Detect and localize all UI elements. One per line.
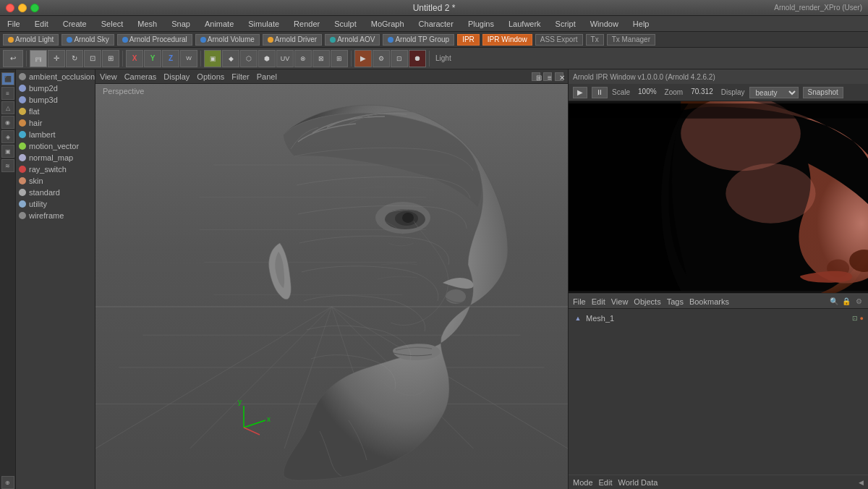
mat-wireframe[interactable]: wireframe	[16, 210, 95, 221]
weight-mode-btn[interactable]: ⊗	[294, 50, 312, 67]
outliner-collapse-btn[interactable]: ◀	[859, 479, 864, 486]
outliner-mesh1[interactable]: ▲ Mesh_1 ⊡ ●	[571, 312, 865, 325]
sidebar-scene-icon[interactable]: ≋	[1, 159, 14, 172]
vp-display-menu[interactable]: Display	[163, 72, 190, 81]
object-mode-btn[interactable]: ▣	[204, 50, 221, 67]
edge-mode-btn[interactable]: ⬡	[240, 50, 258, 67]
mat-standard[interactable]: standard	[16, 187, 95, 198]
render-btn[interactable]: ▶	[354, 50, 372, 67]
move-tool[interactable]: ✛	[48, 50, 65, 67]
x-axis-btn[interactable]: X	[126, 50, 143, 67]
outliner-bookmarks[interactable]: Bookmarks	[689, 297, 729, 306]
vp-close-btn[interactable]: ✕	[555, 72, 563, 81]
point-mode-btn[interactable]: ◆	[222, 50, 239, 67]
menu-mesh[interactable]: Mesh	[135, 18, 160, 30]
lock-icon[interactable]: 🔒	[841, 297, 851, 307]
arnold-sky-btn[interactable]: Arnold Sky	[61, 34, 114, 46]
mat-bump2d[interactable]: bump2d	[16, 82, 95, 94]
arnold-procedural-btn[interactable]: Arnold Procedural	[117, 34, 192, 46]
menu-sculpt[interactable]: Sculpt	[331, 18, 359, 30]
grid-btn[interactable]: ⊞	[331, 50, 348, 67]
arnold-volume-btn[interactable]: Arnold Volume	[195, 34, 260, 46]
menu-plugins[interactable]: Plugins	[465, 18, 497, 30]
rotate-tool[interactable]: ↻	[66, 50, 83, 67]
vp-panel-menu[interactable]: Panel	[257, 72, 277, 81]
sidebar-render-icon[interactable]: ▣	[1, 145, 14, 158]
world-space-btn[interactable]: W	[180, 50, 197, 67]
mat-utility[interactable]: utility	[16, 198, 95, 210]
scale-tool[interactable]: ⊡	[84, 50, 101, 67]
undo-btn[interactable]: ↩	[3, 50, 23, 67]
vp-settings-btn[interactable]: ≡	[543, 72, 552, 81]
render-settings-btn[interactable]: ⚙	[373, 50, 390, 67]
minimize-button[interactable]	[18, 4, 27, 12]
menu-animate[interactable]: Animate	[202, 18, 237, 30]
mat-normal-map[interactable]: normal_map	[16, 152, 95, 163]
sidebar-nodes-icon[interactable]: ◈	[1, 130, 14, 143]
sidebar-attributes-icon[interactable]: ≡	[1, 87, 14, 100]
menu-snap[interactable]: Snap	[169, 18, 193, 30]
scene-world[interactable]: World Data	[618, 478, 658, 487]
display-select[interactable]: beauty diffuse specular	[749, 87, 799, 98]
mat-ray-switch[interactable]: ray_switch	[16, 163, 95, 175]
menu-laufwerk[interactable]: Laufwerk	[506, 18, 544, 30]
sidebar-materials-icon[interactable]: ◉	[1, 116, 14, 129]
sidebar-timeline-icon[interactable]: △	[1, 101, 14, 114]
z-axis-btn[interactable]: Z	[162, 50, 179, 67]
snapshot-btn[interactable]: Snapshot	[803, 87, 843, 98]
interactive-render-btn[interactable]: ⏺	[409, 50, 426, 67]
uv-mode-btn[interactable]: UV	[276, 50, 294, 67]
menu-character[interactable]: Character	[416, 18, 456, 30]
arnold-driver-btn[interactable]: Arnold Driver	[263, 34, 322, 46]
arnold-aov-btn[interactable]: Arnold AOV	[325, 34, 380, 46]
vp-filter-menu[interactable]: Filter	[231, 72, 249, 81]
sidebar-objects-icon[interactable]: ⬛	[1, 72, 14, 85]
vp-options-menu[interactable]: Options	[197, 72, 224, 81]
select-tool[interactable]: ╔╗	[30, 50, 47, 67]
close-button[interactable]	[6, 4, 14, 12]
mat-hair[interactable]: hair	[16, 117, 95, 129]
settings-icon[interactable]: ⚙	[854, 297, 864, 307]
sidebar-tools-icon[interactable]: ⊕	[1, 476, 14, 489]
poly-mode-btn[interactable]: ⬢	[258, 50, 276, 67]
mat-bump3d[interactable]: bump3d	[16, 94, 95, 106]
mat-skin[interactable]: skin	[16, 175, 95, 187]
outliner-file[interactable]: File	[573, 297, 586, 306]
transform-tool[interactable]: ⊞	[102, 50, 119, 67]
outliner-objects[interactable]: Objects	[634, 297, 660, 306]
menu-mograph[interactable]: MoGraph	[368, 18, 407, 30]
outliner-view[interactable]: View	[611, 297, 629, 306]
outliner-tags[interactable]: Tags	[667, 297, 684, 306]
tx-manager-btn[interactable]: Tx Manager	[607, 34, 655, 46]
snap-btn[interactable]: ⊠	[312, 50, 330, 67]
tx-btn[interactable]: Tx	[586, 34, 604, 46]
ipr-btn[interactable]: IPR	[457, 34, 480, 46]
viewport-canvas[interactable]: Perspective	[95, 84, 568, 489]
menu-simulate[interactable]: Simulate	[245, 18, 282, 30]
menu-window[interactable]: Window	[587, 18, 621, 30]
mat-ambient-occlusion[interactable]: ambient_occlusion	[16, 71, 95, 82]
outliner-edit[interactable]: Edit	[592, 297, 605, 306]
ipr-pause-btn[interactable]: ⏸	[592, 87, 608, 98]
arnold-tp-group-btn[interactable]: Arnold TP Group	[383, 34, 454, 46]
ipr-window-btn[interactable]: IPR Window	[482, 34, 532, 46]
mat-flat[interactable]: flat	[16, 106, 95, 117]
menu-render[interactable]: Render	[291, 18, 323, 30]
vp-view-menu[interactable]: View	[100, 72, 117, 81]
search-icon[interactable]: 🔍	[829, 297, 839, 307]
vp-cameras-menu[interactable]: Cameras	[124, 72, 157, 81]
maximize-button[interactable]	[30, 4, 39, 12]
menu-select[interactable]: Select	[98, 18, 127, 30]
mat-lambert[interactable]: lambert	[16, 129, 95, 140]
menu-script[interactable]: Script	[553, 18, 579, 30]
render-region-btn[interactable]: ⊡	[391, 50, 408, 67]
mat-motion-vector[interactable]: motion_vector	[16, 140, 95, 152]
ipr-play-btn[interactable]: ▶	[573, 87, 587, 98]
scene-edit[interactable]: Edit	[599, 478, 613, 487]
arnold-light-btn[interactable]: Arnold Light	[3, 34, 59, 46]
vp-maximize-btn[interactable]: ⊞	[532, 72, 540, 81]
ass-export-btn[interactable]: ASS Export	[535, 34, 583, 46]
menu-create[interactable]: Create	[60, 18, 90, 30]
menu-edit[interactable]: Edit	[32, 18, 51, 30]
scene-mode[interactable]: Mode	[573, 478, 593, 487]
